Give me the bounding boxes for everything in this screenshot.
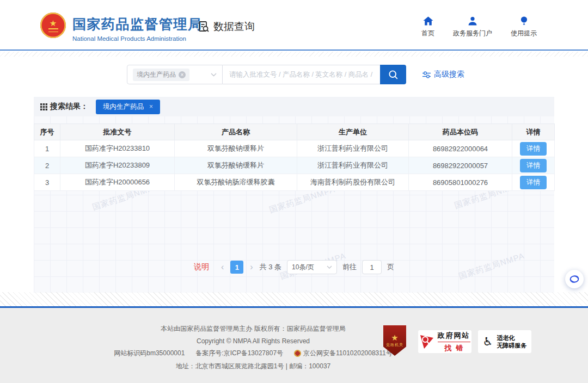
- filter-tag-close-icon[interactable]: ×: [149, 103, 153, 110]
- results-label: 搜索结果：: [50, 102, 88, 112]
- pagination: 说明 ‹ 1 › 共 3 条 10条/页 前往 页: [34, 260, 554, 274]
- cell-drug-code: 86905801000276: [409, 174, 512, 191]
- prev-page-icon[interactable]: ‹: [220, 262, 225, 272]
- cell-manufacturer: 浙江普利药业有限公司: [297, 157, 409, 174]
- cell-manufacturer: 海南普利制药股份有限公司: [297, 174, 409, 191]
- filter-tag[interactable]: 境内生产药品 ×: [96, 100, 160, 114]
- next-page-icon[interactable]: ›: [249, 262, 254, 272]
- footer-line1: 本站由国家药品监督管理局主办 版权所有：国家药品监督管理局: [82, 324, 425, 333]
- chat-float-button[interactable]: [565, 270, 584, 288]
- goto-page-input[interactable]: [362, 260, 382, 274]
- chevron-down-icon: [327, 265, 332, 269]
- cell-approval-number: 国药准字H20233809: [60, 157, 175, 174]
- grid-icon: [40, 103, 47, 110]
- org-title-block: 国家药品监督管理局 National Medical Products Admi…: [72, 15, 203, 42]
- total-count-label: 共 3 条: [260, 262, 281, 272]
- cell-drug-code: 86982922000057: [409, 157, 512, 174]
- advanced-search-label: 高级搜索: [434, 70, 464, 79]
- page-size-value: 10条/页: [292, 263, 314, 272]
- nav-item-home[interactable]: 首页: [421, 16, 434, 38]
- accessibility-badge[interactable]: ♿ 适老化 无障碍服务: [478, 330, 531, 353]
- table-row: 3 国药准字H20000656 双氯芬酸钠肠溶缓释胶囊 海南普利制药股份有限公司…: [34, 174, 555, 191]
- decorative-hatch-top: [0, 52, 588, 57]
- user-icon: [468, 16, 477, 26]
- chat-scribble-icon: [569, 274, 580, 284]
- accessibility-text: 适老化 无障碍服务: [497, 334, 526, 349]
- filter-tag-label: 境内生产药品: [103, 102, 144, 112]
- cell-no: 3: [34, 174, 60, 191]
- col-header-detail: 详情: [512, 124, 555, 140]
- footer-text-block: 本站由国家药品监督管理局主办 版权所有：国家药品监督管理局 Copyright …: [82, 324, 425, 375]
- table-header-row: 序号 批准文号 产品名称 生产单位 药品本位码 详情: [34, 124, 555, 140]
- nav-gov-portal-label: 政务服务门户: [453, 29, 492, 38]
- gov-site-error-report-badge[interactable]: 政府网站 找错: [418, 330, 471, 353]
- cell-product-name: 双氯芬酸钠缓释片: [175, 157, 297, 174]
- doc-search-icon: [197, 20, 210, 33]
- cell-drug-code: 86982922000064: [409, 140, 512, 157]
- detail-button[interactable]: 详情: [520, 176, 547, 189]
- cell-detail: 详情: [512, 157, 555, 174]
- page-number-active[interactable]: 1: [230, 261, 243, 274]
- cell-detail: 详情: [512, 140, 555, 157]
- search-button[interactable]: [380, 65, 406, 84]
- nav-home-label: 首页: [421, 29, 434, 38]
- footer: 本站由国家药品监督管理局主办 版权所有：国家药品监督管理局 Copyright …: [0, 308, 588, 383]
- col-header-approval: 批准文号: [60, 124, 175, 140]
- category-tag-pill[interactable]: 境内生产药品 ×: [133, 69, 189, 81]
- nav-item-usage-tips[interactable]: 使用提示: [511, 16, 537, 38]
- results-table: 序号 批准文号 产品名称 生产单位 药品本位码 详情 1 国药准字H202338…: [34, 123, 555, 191]
- footer-line3: 网站标识码bm35000001 备案序号:京ICP备13027807号 京公网安…: [82, 349, 425, 358]
- results-bar: 搜索结果： 境内生产药品 ×: [34, 97, 554, 116]
- table-row: 1 国药准字H20233810 双氯芬酸钠缓释片 浙江普利药业有限公司 8698…: [34, 140, 555, 157]
- results-panel: 国家药监局NMPA 国家药监局NMPA 国家药监局NMPA 国家药监局NMPA …: [34, 97, 554, 293]
- data-query-title[interactable]: 数据查询: [197, 20, 255, 34]
- police-badge-icon: [294, 350, 301, 357]
- page: ★ 国家药品监督管理局 National Medical Products Ad…: [0, 0, 588, 383]
- nav-usage-tips-label: 使用提示: [511, 29, 537, 38]
- accessibility-top: 适老化: [497, 334, 514, 342]
- chevron-down-icon: [211, 73, 217, 77]
- category-select[interactable]: 境内生产药品 ×: [127, 65, 223, 84]
- category-tag-label: 境内生产药品: [137, 70, 176, 79]
- goto-suffix-label: 页: [387, 262, 394, 272]
- sliders-icon: [422, 71, 431, 78]
- table-body: 1 国药准字H20233810 双氯芬酸钠缓释片 浙江普利药业有限公司 8698…: [34, 140, 555, 191]
- col-header-code: 药品本位码: [409, 124, 512, 140]
- advanced-search-link[interactable]: 高级搜索: [422, 70, 464, 79]
- data-query-label: 数据查询: [213, 20, 255, 34]
- shield-star-icon: ★: [391, 333, 398, 342]
- error-report-top: 政府网站: [438, 331, 470, 342]
- page-size-select[interactable]: 10条/页: [287, 260, 337, 274]
- cell-manufacturer: 浙江普利药业有限公司: [297, 140, 409, 157]
- nav-item-gov-portal[interactable]: 政务服务门户: [453, 16, 492, 38]
- col-header-no: 序号: [34, 124, 60, 140]
- note-link[interactable]: 说明: [194, 262, 209, 272]
- cell-product-name: 双氯芬酸钠肠溶缓释胶囊: [175, 174, 297, 191]
- cell-no: 2: [34, 157, 60, 174]
- category-tag-close-icon[interactable]: ×: [179, 71, 186, 78]
- search-icon: [388, 70, 399, 80]
- emblem-star-icon: ★: [50, 19, 57, 27]
- wheelchair-icon: ♿: [483, 335, 493, 348]
- header: ★ 国家药品监督管理局 National Medical Products Ad…: [0, 0, 588, 51]
- shield-label: 党政机关: [386, 342, 403, 348]
- bulb-icon: [520, 16, 528, 26]
- icp-number: 备案序号:京ICP备13027807号: [195, 349, 283, 358]
- detail-button[interactable]: 详情: [520, 142, 547, 156]
- decorative-hatch-bottom: [0, 292, 588, 306]
- emblem-gate-icon: [48, 28, 58, 32]
- error-report-text: 政府网站 找错: [438, 331, 470, 353]
- org-subtitle: National Medical Products Administration: [72, 35, 203, 42]
- error-report-icon: [420, 333, 434, 350]
- search-input[interactable]: [223, 65, 381, 84]
- footer-copyright: Copyright © NMPA All Rights Reserved: [82, 337, 425, 345]
- results-table-wrap: 序号 批准文号 产品名称 生产单位 药品本位码 详情 1 国药准字H202338…: [34, 123, 554, 191]
- footer-address: 地址：北京市西城区展览路北露园1号 | 邮编：100037: [82, 362, 425, 371]
- top-nav: 首页 政务服务门户 使用提示: [421, 16, 537, 38]
- cell-product-name: 双氯芬酸钠缓释片: [175, 140, 297, 157]
- detail-button[interactable]: 详情: [520, 159, 547, 172]
- cell-approval-number: 国药准字H20000656: [60, 174, 175, 191]
- table-row: 2 国药准字H20233809 双氯芬酸钠缓释片 浙江普利药业有限公司 8698…: [34, 157, 555, 174]
- cell-approval-number: 国药准字H20233810: [60, 140, 175, 157]
- org-title: 国家药品监督管理局: [72, 15, 203, 33]
